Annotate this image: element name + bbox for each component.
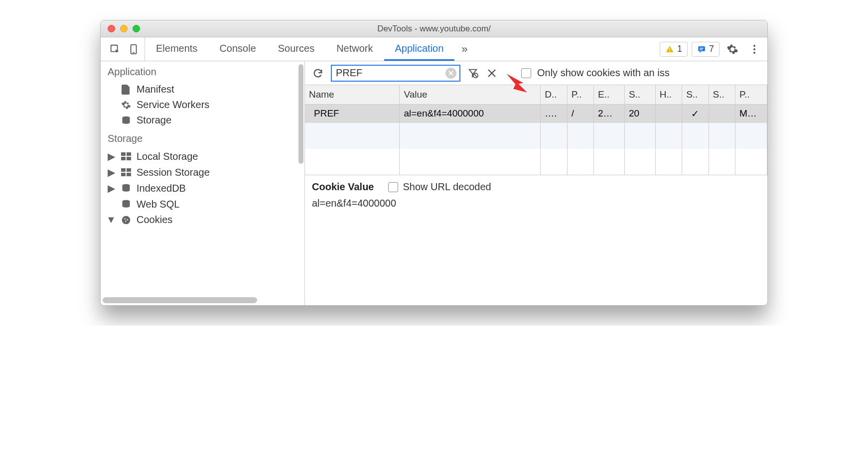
svg-point-9 bbox=[753, 48, 755, 50]
section-header-application: Application bbox=[101, 61, 304, 82]
svg-rect-16 bbox=[121, 168, 126, 172]
inspect-icon[interactable] bbox=[110, 44, 121, 55]
col-name[interactable]: Name bbox=[305, 85, 400, 104]
sidebar-item-storage[interactable]: Storage bbox=[101, 113, 304, 128]
caret-right-icon: ▶ bbox=[108, 166, 115, 178]
svg-point-10 bbox=[753, 52, 755, 54]
database-icon bbox=[121, 199, 132, 210]
sidebar-item-label: Manifest bbox=[137, 84, 174, 95]
svg-point-22 bbox=[122, 216, 131, 224]
table-row-empty bbox=[305, 123, 767, 149]
svg-rect-14 bbox=[121, 157, 126, 160]
warnings-count: 1 bbox=[677, 44, 682, 54]
svg-point-24 bbox=[127, 219, 128, 220]
settings-button[interactable] bbox=[720, 43, 745, 55]
sidebar-vscrollbar[interactable] bbox=[297, 61, 304, 305]
caret-right-icon: ▶ bbox=[108, 150, 115, 162]
svg-rect-15 bbox=[127, 157, 131, 160]
sidebar-item-label: Storage bbox=[137, 115, 171, 126]
grid-icon bbox=[121, 151, 132, 162]
tab-elements[interactable]: Elements bbox=[145, 37, 208, 61]
svg-rect-13 bbox=[127, 152, 131, 156]
svg-rect-19 bbox=[127, 173, 131, 176]
svg-rect-4 bbox=[669, 50, 670, 51]
cell-httponly bbox=[655, 104, 682, 123]
application-sidebar: Application Manifest Service Workers Sto… bbox=[101, 61, 305, 305]
devtools-tabstrip: Elements Console Sources Network Applica… bbox=[101, 37, 767, 61]
cell-value: al=en&f4=4000000 bbox=[400, 104, 541, 123]
show-url-decoded-label: Show URL decoded bbox=[403, 181, 491, 193]
col-secure[interactable]: S.. bbox=[682, 85, 709, 104]
table-row-empty bbox=[305, 149, 767, 175]
cell-expires: 2… bbox=[594, 104, 625, 123]
caret-down-icon: ▼ bbox=[108, 214, 115, 226]
filter-input[interactable] bbox=[331, 65, 460, 82]
detail-title: Cookie Value bbox=[312, 181, 374, 193]
panel-tabs: Elements Console Sources Network Applica… bbox=[145, 37, 454, 61]
gear-icon bbox=[121, 100, 132, 111]
cookie-icon bbox=[121, 215, 132, 226]
warning-icon bbox=[665, 45, 674, 54]
devtools-window: DevTools - www.youtube.com/ Elements Con… bbox=[100, 20, 768, 306]
svg-rect-3 bbox=[669, 48, 670, 50]
svg-point-23 bbox=[124, 218, 125, 219]
tab-application[interactable]: Application bbox=[384, 37, 455, 61]
cell-priority: M… bbox=[735, 104, 767, 123]
clear-all-icon[interactable] bbox=[466, 67, 479, 80]
col-domain[interactable]: D.. bbox=[541, 85, 567, 104]
sidebar-item-indexeddb[interactable]: ▶ IndexedDB bbox=[101, 180, 304, 196]
message-icon bbox=[697, 45, 706, 54]
sidebar-hscrollbar[interactable] bbox=[103, 297, 257, 303]
table-row[interactable]: PREF al=en&f4=4000000 …. / 2… 20 ✓ M… bbox=[305, 104, 767, 123]
svg-rect-12 bbox=[121, 152, 126, 156]
col-httponly[interactable]: H.. bbox=[655, 85, 682, 104]
cookies-toolbar: Only show cookies with an iss bbox=[305, 61, 767, 85]
sidebar-item-label: Cookies bbox=[137, 214, 172, 226]
section-header-storage: Storage bbox=[101, 128, 304, 148]
cookie-detail: Cookie Value Show URL decoded al=en&f4=4… bbox=[305, 175, 767, 215]
messages-count: 7 bbox=[709, 44, 714, 54]
grid-icon bbox=[121, 167, 132, 178]
col-size[interactable]: S.. bbox=[624, 85, 655, 104]
svg-point-8 bbox=[753, 45, 755, 47]
tab-network[interactable]: Network bbox=[325, 37, 384, 61]
database-icon bbox=[121, 183, 132, 194]
col-value[interactable]: Value bbox=[400, 85, 541, 104]
col-expires[interactable]: E.. bbox=[594, 85, 625, 104]
delete-icon[interactable] bbox=[485, 67, 498, 80]
svg-rect-5 bbox=[698, 46, 705, 51]
warnings-badge[interactable]: 1 bbox=[660, 42, 688, 57]
sidebar-item-cookies[interactable]: ▼ Cookies bbox=[101, 212, 304, 228]
cookies-pane: Only show cookies with an iss Name bbox=[305, 61, 767, 305]
show-url-decoded-checkbox[interactable] bbox=[388, 182, 398, 192]
sidebar-item-label: IndexedDB bbox=[137, 183, 186, 194]
sidebar-item-label: Service Workers bbox=[137, 99, 209, 111]
tab-sources[interactable]: Sources bbox=[267, 37, 325, 61]
more-tabs-button[interactable]: » bbox=[454, 43, 474, 56]
col-priority[interactable]: P.. bbox=[735, 85, 767, 104]
sidebar-item-websql[interactable]: ▶ Web SQL bbox=[101, 196, 304, 212]
col-samesite[interactable]: S.. bbox=[709, 85, 735, 104]
cookies-table: Name Value D.. P.. E.. S.. H.. S.. S.. P… bbox=[305, 85, 767, 175]
device-toggle-icon[interactable] bbox=[129, 44, 140, 55]
tab-console[interactable]: Console bbox=[208, 37, 267, 61]
caret-right-icon: ▶ bbox=[108, 182, 115, 194]
only-issues-checkbox[interactable] bbox=[521, 68, 531, 78]
titlebar: DevTools - www.youtube.com/ bbox=[101, 20, 767, 37]
sidebar-item-local-storage[interactable]: ▶ Local Storage bbox=[101, 148, 304, 164]
sidebar-item-manifest[interactable]: Manifest bbox=[101, 82, 304, 97]
clear-filter-icon[interactable] bbox=[445, 68, 456, 79]
col-path[interactable]: P.. bbox=[567, 85, 593, 104]
database-icon bbox=[121, 115, 132, 126]
refresh-button[interactable] bbox=[311, 66, 325, 80]
only-issues-label: Only show cookies with an iss bbox=[537, 67, 670, 79]
table-header-row: Name Value D.. P.. E.. S.. H.. S.. S.. P… bbox=[305, 85, 767, 104]
cell-domain: …. bbox=[541, 104, 567, 123]
file-icon bbox=[121, 84, 132, 95]
filter-text[interactable] bbox=[336, 67, 455, 79]
messages-badge[interactable]: 7 bbox=[692, 42, 720, 57]
sidebar-item-session-storage[interactable]: ▶ Session Storage bbox=[101, 164, 304, 180]
more-options-button[interactable] bbox=[745, 43, 763, 55]
sidebar-item-service-workers[interactable]: Service Workers bbox=[101, 97, 304, 113]
svg-rect-17 bbox=[127, 168, 131, 172]
